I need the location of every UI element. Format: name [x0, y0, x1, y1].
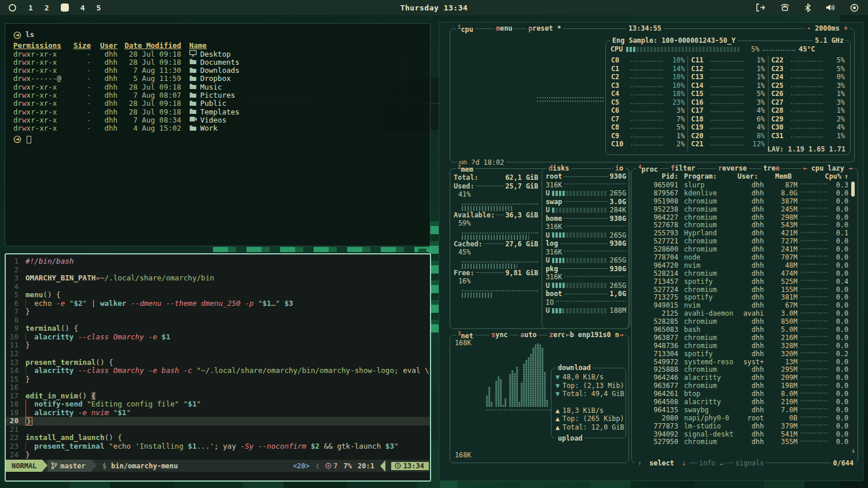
process-row[interactable]: 549972systemd-resolvesyst+13M0.0	[635, 358, 848, 366]
filter-button[interactable]: filter	[669, 164, 697, 172]
process-row[interactable]: 879567kdenlivedhh8.0G0.0	[635, 189, 848, 197]
process-row[interactable]: 925888chromiumdhh295M0.0	[635, 365, 848, 374]
permissions: drwxr-xr-x	[13, 91, 71, 99]
process-pid: 713275	[635, 293, 678, 301]
process-row[interactable]: 713457spotifydhh525M0.4	[635, 278, 848, 286]
folder-pictures-icon	[189, 91, 197, 100]
preset-button[interactable]: preset *	[527, 24, 563, 32]
workspace-1[interactable]: 1	[28, 3, 33, 12]
process-row[interactable]: 528214chromiumdhh474M0.0	[635, 269, 848, 278]
process-row[interactable]: 713304spotifydhh320M0.2	[635, 350, 848, 358]
logout-icon[interactable]	[756, 3, 765, 12]
process-scrollbar[interactable]	[851, 182, 855, 197]
reverse-button[interactable]: reverse	[716, 164, 749, 172]
core-usage-percent: 10%	[665, 82, 685, 90]
net-auto-toggle[interactable]: auto	[518, 331, 538, 339]
process-cpu-graph	[801, 385, 827, 386]
process-pid: 549972	[635, 358, 678, 366]
file-row[interactable]: drwx------@-dhh5 Aug 11:59Dropbox	[13, 75, 422, 83]
file-row[interactable]: drwxr-xr-x-dhh28 Jul 09:18Templates	[13, 108, 422, 116]
process-row[interactable]: 949015nvimdhh67M0.0	[635, 301, 848, 309]
info-hint[interactable]: info ↵	[697, 459, 726, 467]
btop-window[interactable]: 1cpu menu preset * 13:34:55 - 2000ms + u…	[439, 22, 863, 481]
process-row[interactable]: 2125avahi-daemonavahi3.0M0.0	[635, 309, 848, 317]
core-usage-percent: 10%	[665, 56, 685, 64]
network-icon[interactable]	[780, 3, 790, 12]
process-row[interactable]: 394092signal-desktopdhh541M0.0	[635, 430, 848, 438]
disks-title[interactable]: disks	[547, 164, 571, 172]
file-owner: dhh	[91, 124, 117, 132]
permissions: drwxr-xr-x	[13, 83, 71, 91]
code-area[interactable]: 1#!/bin/bash23OMARCHY_BIN_PATH=~/.local/…	[6, 254, 430, 460]
file-row[interactable]: drwxr-xr-x-dhh28 Jul 09:18Public	[13, 99, 422, 108]
process-row[interactable]: 528600chromiumdhh241M0.0	[635, 245, 848, 253]
command-line[interactable]	[6, 472, 430, 480]
core-id: C1	[611, 65, 628, 73]
io-mode-toggle[interactable]: io	[613, 164, 625, 172]
process-row[interactable]: 964246alacrittydhh209M0.0	[635, 374, 848, 382]
process-row[interactable]: 527950chromiumdhh355M0.0	[635, 438, 848, 446]
upload-title: upload	[556, 434, 584, 442]
process-memory: 381M	[764, 293, 797, 301]
process-row[interactable]: 527678chromiumdhh543M0.0	[635, 221, 848, 229]
core-usage-graph	[711, 103, 742, 104]
core-row: C010%	[611, 56, 685, 65]
signals-hint[interactable]: signals	[734, 459, 766, 467]
process-row[interactable]: 964720nvimdhh48M0.0	[635, 261, 848, 269]
process-table-header[interactable]: Pid: Program: User: MemB Cpu% ↑	[635, 172, 848, 180]
core-usage-percent: 5%	[825, 56, 845, 64]
process-row[interactable]: 964508alacrittydhh210M0.0	[635, 398, 848, 406]
process-row[interactable]: 2080napi/phy0-0root0B0.0	[635, 414, 848, 422]
workspace-2[interactable]: 2	[45, 3, 49, 12]
file-row[interactable]: drwxr-xr-x-dhh7 Aug 08:07Pictures	[13, 91, 422, 99]
process-row[interactable]: 527721chromiumdhh727M0.0	[635, 237, 848, 245]
process-row[interactable]: 964227chromiumdhh298M0.0	[635, 213, 848, 221]
bluetooth-icon[interactable]	[805, 3, 811, 12]
sort-column-switcher[interactable]: ← cpu lazy →	[801, 164, 854, 172]
process-row[interactable]: 965091slurpdhh87M0.3	[635, 181, 848, 189]
process-row[interactable]: 948736chromiumdhh328M0.0	[635, 342, 848, 350]
process-row[interactable]: 778704nodedhh707M0.0	[635, 253, 848, 261]
process-row[interactable]: 951908chromiumdhh387M0.0	[635, 197, 848, 205]
terminal-window[interactable]: ls Permissions Size User Date Modified N…	[5, 23, 431, 246]
workspace-5[interactable]: 5	[96, 3, 101, 12]
memory-panel-title[interactable]: 2mem	[456, 164, 475, 173]
process-row[interactable]: 963677chromiumdhh198M0.0	[635, 382, 848, 390]
file-row[interactable]: drwxr-xr-x-dhh28 Jul 09:18Music	[13, 83, 422, 91]
process-row[interactable]: 952238chromiumdhh245M0.0	[635, 205, 848, 213]
process-row[interactable]: 964135swaybgdhh7.0M0.0	[635, 406, 848, 414]
process-row[interactable]: 965083bashdhh5.0M0.0	[635, 326, 848, 334]
process-cpu-percent: 0.0	[829, 422, 848, 430]
screen-record-icon[interactable]	[850, 3, 859, 12]
file-row[interactable]: drwxr-xr-x-dhh28 Jul 09:18Documents	[13, 58, 422, 66]
process-row[interactable]: 527724chromiumdhh155M0.0	[635, 286, 848, 294]
tree-button[interactable]: tree	[762, 164, 781, 172]
file-row[interactable]: drwxr-xr-x-dhh7 Aug 08:34Videos	[13, 116, 422, 124]
net-interface-switcher[interactable]: ←b enp191s0 n→	[564, 331, 625, 339]
core-id: C8	[611, 123, 628, 131]
update-interval-control[interactable]: - 2000ms +	[805, 24, 849, 32]
process-row[interactable]: 964261btopdhh8.0M0.0	[635, 390, 848, 398]
cpu-panel-title[interactable]: 1cpu	[456, 24, 475, 34]
process-row[interactable]: 777873lm-studiodhh379M0.0	[635, 422, 848, 430]
net-graph-bar	[539, 345, 541, 407]
file-row[interactable]: drwxr-xr-x-dhh4 Aug 15:02Work	[13, 124, 422, 132]
workspace-active-3[interactable]	[61, 3, 69, 12]
omarchy-logo-icon[interactable]	[8, 3, 17, 12]
core-column: C111%C121%C131%C141%C155%C163%C174%C186%…	[687, 56, 767, 152]
process-row[interactable]: 713275spotifydhh381M0.0	[635, 293, 848, 301]
process-pid: 963677	[635, 382, 678, 390]
editor-window[interactable]: 1#!/bin/bash23OMARCHY_BIN_PATH=~/.local/…	[5, 253, 431, 482]
select-hint[interactable]: ↑ select ↓	[634, 459, 689, 467]
process-cpu-percent: 0.0	[829, 382, 848, 390]
process-row[interactable]: 255793Hyprlanddhh421M0.1	[635, 229, 848, 237]
file-row[interactable]: drwxr-xr-x-dhh7 Aug 11:30Downloads	[13, 66, 422, 75]
net-sync-toggle[interactable]: sync	[490, 331, 509, 339]
file-row[interactable]: drwxr-xr-x-dhh28 Jul 09:18Desktop	[13, 50, 422, 58]
scroll-down-arrow[interactable]: ↓	[851, 446, 855, 454]
volume-icon[interactable]	[826, 3, 835, 12]
menu-button[interactable]: menu	[494, 24, 514, 32]
workspace-4[interactable]: 4	[80, 3, 85, 12]
process-row[interactable]: 528285chromiumdhh850M0.0	[635, 317, 848, 326]
process-row[interactable]: 963877chromiumdhh216M0.0	[635, 334, 848, 342]
